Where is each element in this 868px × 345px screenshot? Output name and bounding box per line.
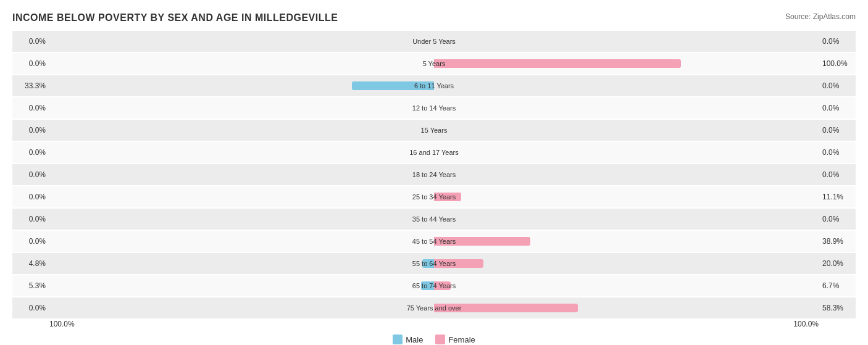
male-value: 5.3% [12,281,49,290]
bar-area: 12 to 14 Years [49,98,819,118]
female-value: 100.0% [819,59,856,68]
row-label: 5 Years [423,60,446,67]
legend-female-label: Female [448,335,475,344]
row-label: 55 to 64 Years [412,260,456,267]
row-label: 35 to 44 Years [412,215,456,223]
female-value: 6.7% [819,281,856,290]
chart-row: 5.3% 65 to 74 Years 6.7% [12,275,856,296]
male-value: 0.0% [12,126,49,135]
male-value: 0.0% [12,215,49,223]
bar-area: 25 to 34 Years [49,186,819,207]
male-value: 0.0% [12,104,49,112]
source-label: Source: ZipAtlas.com [785,12,856,21]
chart-title: INCOME BELOW POVERTY BY SEX AND AGE IN M… [12,12,856,23]
chart-row: 0.0% 5 Years 100.0% [12,53,856,74]
bar-area: 45 to 54 Years [49,231,819,252]
legend-male-box [393,335,403,344]
female-value: 0.0% [819,81,856,90]
female-value: 0.0% [819,148,856,157]
male-value: 0.0% [12,193,49,201]
row-label: Under 5 Years [412,38,456,45]
male-value: 0.0% [12,59,49,68]
bar-area: 75 Years and over [49,297,819,318]
male-value: 33.3% [12,81,49,90]
female-value: 38.9% [819,237,856,246]
chart-row: 0.0% Under 5 Years 0.0% [12,31,856,52]
female-value: 0.0% [819,170,856,179]
bar-area: 18 to 24 Years [49,164,819,185]
bar-area: 35 to 44 Years [49,209,819,230]
female-value: 0.0% [819,215,856,223]
chart-row: 0.0% 15 Years 0.0% [12,120,856,141]
male-value: 4.8% [12,259,49,268]
chart-row: 0.0% 45 to 54 Years 38.9% [12,231,856,252]
row-label: 15 Years [421,127,448,134]
legend-female-box [435,335,445,344]
row-label: 45 to 54 Years [412,238,456,245]
female-value: 58.3% [819,304,856,312]
chart-row: 0.0% 35 to 44 Years 0.0% [12,209,856,230]
chart-body: 0.0% Under 5 Years 0.0% 0.0% 5 Years [12,31,856,318]
bar-area: 6 to 11 Years [49,75,819,96]
chart-row: 0.0% 18 to 24 Years 0.0% [12,164,856,185]
bottom-left-label: 100.0% [49,320,75,328]
bar-area: 15 Years [49,120,819,141]
row-label: 18 to 24 Years [412,171,456,178]
row-label: 65 to 74 Years [412,282,456,289]
female-value: 20.0% [819,259,856,268]
row-label: 12 to 14 Years [412,104,456,112]
legend: Male Female [12,335,856,344]
chart-row: 0.0% 25 to 34 Years 11.1% [12,186,856,207]
bar-area: 65 to 74 Years [49,275,819,296]
female-value: 11.1% [819,193,856,201]
male-value: 0.0% [12,148,49,157]
male-value: 0.0% [12,170,49,179]
female-value: 0.0% [819,126,856,135]
chart-row: 0.0% 75 Years and over 58.3% [12,297,856,318]
female-bar [434,59,681,68]
male-value: 0.0% [12,237,49,246]
row-label: 6 to 11 Years [414,82,454,89]
bar-area: 55 to 64 Years [49,253,819,274]
chart-row: 0.0% 12 to 14 Years 0.0% [12,98,856,118]
chart-row: 33.3% 6 to 11 Years 0.0% [12,75,856,96]
row-label: 16 and 17 Years [409,149,459,156]
legend-male-label: Male [406,335,423,344]
female-value: 0.0% [819,37,856,46]
male-value: 0.0% [12,37,49,46]
legend-female: Female [435,335,475,344]
bar-area: 5 Years [49,53,819,74]
chart-row: 0.0% 16 and 17 Years 0.0% [12,142,856,163]
row-label: 25 to 34 Years [412,193,456,201]
male-value: 0.0% [12,304,49,312]
row-label: 75 Years and over [407,304,462,312]
female-value: 0.0% [819,104,856,112]
bar-area: 16 and 17 Years [49,142,819,163]
bottom-labels: 100.0% 100.0% [12,320,856,328]
chart-row: 4.8% 55 to 64 Years 20.0% [12,253,856,274]
bottom-right-label: 100.0% [793,320,819,328]
legend-male: Male [393,335,423,344]
bar-area: Under 5 Years [49,31,819,52]
chart-container: INCOME BELOW POVERTY BY SEX AND AGE IN M… [12,12,856,344]
